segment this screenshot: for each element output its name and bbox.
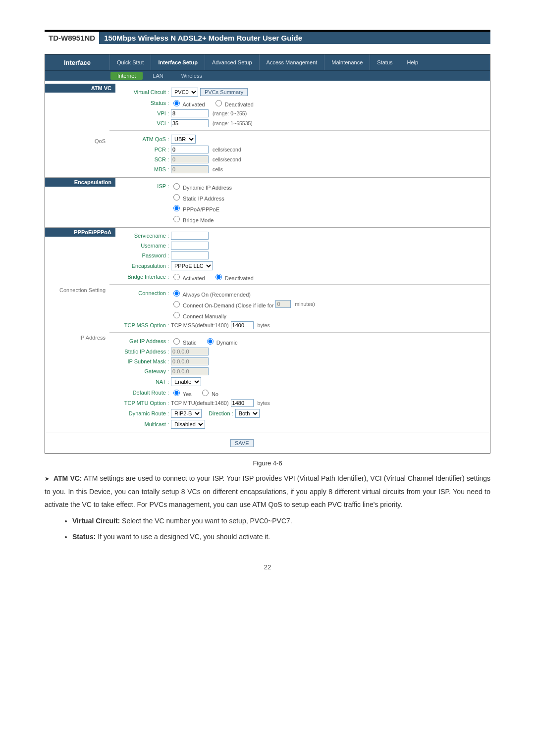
isp-static-radio[interactable]: Static IP Address: [171, 193, 224, 202]
section-atm-vc: ATM VC: [45, 84, 115, 93]
getip-label: Get IP Address :: [109, 338, 171, 344]
droute-label: Default Route :: [109, 390, 171, 396]
gateway-input: [171, 367, 209, 375]
doc-model: TD-W8951ND: [45, 32, 99, 44]
dynroute-label: Dynamic Route :: [109, 410, 171, 416]
vci-input[interactable]: [171, 119, 209, 127]
bridge-activated-radio[interactable]: Activated: [171, 272, 205, 281]
gateway-label: Gateway :: [109, 368, 171, 374]
conn-always-radio[interactable]: Always On (Recommended): [171, 289, 251, 298]
nav-interface-setup[interactable]: Interface Setup: [151, 54, 205, 70]
droute-no-radio[interactable]: No: [200, 388, 218, 397]
virtual-circuit-select[interactable]: PVC0: [171, 88, 198, 97]
save-button[interactable]: SAVE: [230, 439, 254, 447]
pcr-input[interactable]: [171, 146, 209, 153]
nav-maintenance[interactable]: Maintenance: [324, 54, 370, 70]
section-pppoe: PPPoE/PPPoA: [45, 228, 115, 237]
bullet-virtual-circuit: Virtual Circuit: Select the VC number yo…: [72, 514, 490, 528]
staticip-input: [171, 348, 209, 355]
scr-label: SCR :: [109, 156, 171, 162]
idle-minutes-input: [275, 300, 291, 308]
side-qos: QoS: [45, 137, 109, 145]
subnet-label: IP Subnet Mask :: [109, 358, 171, 364]
nav-access-management[interactable]: Access Management: [260, 54, 325, 70]
primary-nav: Interface Quick Start Interface Setup Ad…: [45, 54, 490, 70]
atmqos-select[interactable]: UBR: [171, 135, 196, 144]
subnet-input: [171, 357, 209, 365]
password-label: Password :: [109, 252, 171, 258]
mbs-input: [171, 165, 209, 173]
username-input[interactable]: [171, 242, 209, 250]
nat-select[interactable]: Enable: [171, 377, 201, 386]
router-ui-panel: Interface Quick Start Interface Setup Ad…: [45, 54, 490, 454]
isp-pppoe-radio[interactable]: PPPoA/PPPoE: [171, 203, 219, 212]
figure-caption: Figure 4-6: [45, 459, 490, 467]
servicename-input[interactable]: [171, 232, 209, 240]
multicast-select[interactable]: Disabled: [171, 420, 205, 429]
encapsulation-select[interactable]: PPPoE LLC: [171, 261, 213, 270]
isp-bridge-radio[interactable]: Bridge Mode: [171, 214, 214, 223]
mss-input[interactable]: [231, 321, 254, 329]
section-encapsulation: Encapsulation: [45, 178, 115, 187]
sub-nav: Internet LAN Wireless: [45, 70, 490, 81]
bridge-deactivated-radio[interactable]: Deactivated: [213, 272, 254, 281]
connection-label: Connection :: [109, 290, 171, 296]
atmqos-label: ATM QoS :: [109, 136, 171, 142]
getip-static-radio[interactable]: Static: [171, 337, 197, 346]
bridge-if-label: Bridge Interface :: [109, 274, 171, 280]
status-activated-radio[interactable]: Activated: [171, 99, 205, 107]
multicast-label: Multicast :: [109, 421, 171, 427]
vpi-input[interactable]: [171, 109, 209, 117]
username-label: Username :: [109, 243, 171, 249]
encapsulation-label: Encapsulation :: [109, 263, 171, 269]
nav-status[interactable]: Status: [370, 54, 400, 70]
vc-label: Virtual Circuit :: [109, 89, 171, 95]
scr-input: [171, 155, 209, 163]
subnav-lan[interactable]: LAN: [144, 71, 172, 81]
conn-demand-radio[interactable]: Connect On-Demand (Close if idle for: [171, 300, 273, 308]
isp-dynamic-radio[interactable]: Dynamic IP Address: [171, 182, 232, 191]
getip-dynamic-radio[interactable]: Dynamic: [205, 337, 238, 346]
mtu-label: TCP MTU Option :: [109, 400, 171, 406]
password-input[interactable]: [171, 252, 209, 259]
nat-label: NAT :: [109, 379, 171, 385]
nav-advanced-setup[interactable]: Advanced Setup: [205, 54, 260, 70]
staticip-label: Static IP Address :: [109, 349, 171, 354]
status-label: Status :: [109, 100, 171, 106]
doc-header: TD-W8951ND 150Mbps Wireless N ADSL2+ Mod…: [45, 30, 490, 44]
vci-label: VCI :: [109, 120, 171, 126]
conn-manual-radio[interactable]: Connect Manually: [171, 310, 226, 319]
direction-select[interactable]: Both: [235, 409, 260, 418]
doc-title: 150Mbps Wireless N ADSL2+ Modem Router U…: [99, 32, 490, 44]
doc-body-text: ATM VC: ATM settings are used to connect…: [45, 472, 490, 544]
vpi-label: VPI :: [109, 110, 171, 116]
subnav-internet[interactable]: Internet: [110, 72, 143, 80]
nav-quick-start[interactable]: Quick Start: [110, 54, 151, 70]
vpi-hint: (range: 0~255): [213, 110, 247, 116]
isp-label: ISP :: [109, 183, 171, 189]
mbs-label: MBS :: [109, 166, 171, 172]
side-ipaddr: IP Address: [45, 334, 109, 342]
servicename-label: Servicename :: [109, 233, 171, 239]
status-deactivated-radio[interactable]: Deactivated: [213, 99, 254, 107]
nav-side-label: Interface: [45, 54, 110, 70]
bullet-status: Status: If you want to use a designed VC…: [72, 530, 490, 544]
droute-yes-radio[interactable]: Yes: [171, 388, 192, 397]
dynroute-select[interactable]: RIP2-B: [171, 409, 202, 418]
subnav-wireless[interactable]: Wireless: [172, 71, 211, 81]
page-number: 22: [45, 563, 490, 571]
mss-label: TCP MSS Option :: [109, 322, 171, 328]
nav-help[interactable]: Help: [400, 54, 426, 70]
pvcs-summary-button[interactable]: PVCs Summary: [200, 88, 248, 96]
mtu-input[interactable]: [231, 399, 254, 407]
side-conn: Connection Setting: [45, 286, 109, 294]
pcr-label: PCR :: [109, 147, 171, 152]
vci-hint: (range: 1~65535): [213, 120, 253, 126]
